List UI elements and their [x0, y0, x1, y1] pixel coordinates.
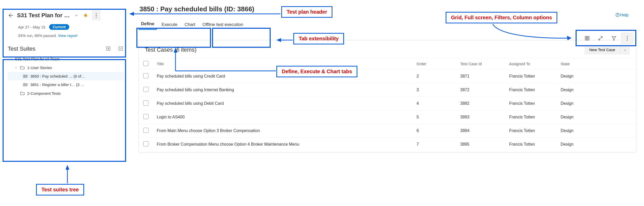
- table-row[interactable]: Pay scheduled bills using Internet Banki…: [139, 83, 636, 97]
- cell-order: 5: [413, 110, 457, 124]
- cell-order: 3: [413, 83, 457, 97]
- cell-order: 6: [413, 124, 457, 138]
- cell-id: 3895: [457, 138, 506, 151]
- row-checkbox[interactable]: [143, 73, 148, 78]
- cell-assigned: Francis Totten: [506, 70, 557, 83]
- row-checkbox[interactable]: [143, 141, 148, 146]
- tab-execute[interactable]: Execute: [159, 21, 180, 30]
- cell-state: Design: [557, 110, 636, 124]
- folder-icon: [20, 91, 25, 96]
- fullscreen-button[interactable]: [594, 32, 607, 44]
- cell-title: From Main Menu choose Option 3 Broker Co…: [153, 124, 413, 138]
- test-cases-table: Title Order Test Case Id Assigned To Sta…: [139, 58, 636, 151]
- plan-dropdown-chevron[interactable]: [73, 12, 80, 19]
- tree-suite-3850[interactable]: 3850 : Pay scheduled … (6 of…: [8, 72, 123, 80]
- folder-icon: [20, 65, 25, 70]
- collapse-all-icon[interactable]: [118, 46, 123, 52]
- cell-assigned: Francis Totten: [506, 138, 557, 151]
- table-row[interactable]: Pay scheduled bills using Credit Card238…: [139, 70, 636, 83]
- cell-id: 3872: [457, 83, 506, 97]
- row-checkbox[interactable]: [143, 100, 148, 106]
- svg-point-2: [96, 17, 96, 17]
- new-test-case-split-button[interactable]: [620, 45, 630, 54]
- plan-more-actions-button[interactable]: [92, 10, 101, 21]
- cell-state: Design: [557, 97, 636, 110]
- grid-view-button[interactable]: [581, 32, 594, 44]
- cell-id: 3894: [457, 124, 506, 138]
- help-link[interactable]: Help: [615, 13, 629, 17]
- cell-state: Design: [557, 124, 636, 138]
- plan-stats: 33% run, 66% passed.: [18, 33, 57, 38]
- svg-rect-9: [585, 36, 589, 40]
- cell-state: Design: [557, 70, 636, 83]
- column-options-button[interactable]: [621, 32, 634, 44]
- svg-point-0: [96, 13, 96, 14]
- svg-point-1: [96, 15, 96, 16]
- tab-define[interactable]: Define: [138, 20, 157, 30]
- favorite-star-icon[interactable]: ★: [83, 12, 88, 19]
- row-checkbox[interactable]: [143, 128, 148, 133]
- cell-title: Pay scheduled bills using Debit Card: [153, 97, 413, 110]
- back-icon[interactable]: [8, 13, 13, 18]
- cell-title: From Broker Compensation Menu choose Opt…: [153, 138, 413, 151]
- cell-assigned: Francis Totten: [506, 83, 557, 97]
- cell-id: 3893: [457, 110, 506, 124]
- cell-state: Design: [557, 138, 636, 151]
- cell-id: 3871: [457, 70, 506, 83]
- expand-all-icon[interactable]: [106, 46, 111, 52]
- col-state[interactable]: State: [557, 58, 636, 70]
- svg-point-11: [627, 38, 628, 39]
- view-report-link[interactable]: View report: [58, 33, 77, 38]
- requirement-suite-icon: [23, 74, 28, 78]
- plan-title: S31 Test Plan for …: [17, 12, 70, 19]
- tree-suite-3851[interactable]: 3851 : Register a biller t… (3 …: [8, 80, 123, 89]
- new-test-case-button[interactable]: New Test Case: [585, 45, 620, 54]
- col-id[interactable]: Test Case Id: [457, 58, 506, 70]
- row-checkbox[interactable]: [143, 87, 148, 92]
- select-all-checkbox[interactable]: [143, 61, 148, 66]
- table-row[interactable]: From Broker Compensation Menu choose Opt…: [139, 138, 636, 151]
- anno-tabs: Define, Execute & Chart tabs: [276, 66, 357, 77]
- cell-title: Pay scheduled bills using Internet Banki…: [153, 83, 413, 97]
- col-order[interactable]: Order: [413, 58, 457, 70]
- requirement-suite-icon: [23, 83, 28, 87]
- cell-assigned: Francis Totten: [506, 110, 557, 124]
- cell-id: 3892: [457, 97, 506, 110]
- cell-state: Design: [557, 83, 636, 97]
- tree-component-tests[interactable]: 2-Component Tests: [8, 89, 123, 98]
- tree-root[interactable]: S31 Test Plan for UI Team: [8, 55, 123, 63]
- table-row[interactable]: Login to AS40053893Francis TottenDesign: [139, 110, 636, 124]
- anno-tab-ext: Tab extensibility: [293, 33, 344, 44]
- svg-point-10: [627, 36, 628, 37]
- tab-offline[interactable]: Offline test execution: [200, 21, 246, 30]
- cell-title: Login to AS400: [153, 110, 413, 124]
- anno-toolbar: Grid, Full screen, Filters, Column optio…: [446, 12, 557, 23]
- col-assigned[interactable]: Assigned To: [506, 58, 557, 70]
- chevron-down-icon: [14, 66, 18, 69]
- cell-order: 7: [413, 138, 457, 151]
- tree-user-stories[interactable]: 1-User Stories: [8, 63, 123, 72]
- anno-test-plan-header: Test plan header: [281, 6, 332, 18]
- table-row[interactable]: From Main Menu choose Option 3 Broker Co…: [139, 124, 636, 138]
- grid-title: Test Cases (6 items): [145, 46, 197, 53]
- cell-assigned: Francis Totten: [506, 124, 557, 138]
- cell-assigned: Francis Totten: [506, 97, 557, 110]
- filter-button[interactable]: [607, 32, 620, 44]
- cell-order: 4: [413, 97, 457, 110]
- chevron-down-icon: [9, 58, 13, 61]
- plan-date-range: Apr 27 - May 15: [18, 25, 46, 29]
- table-row[interactable]: Pay scheduled bills using Debit Card4389…: [139, 97, 636, 110]
- current-badge: Current: [49, 24, 69, 30]
- tab-chart[interactable]: Chart: [182, 21, 198, 30]
- row-checkbox[interactable]: [143, 114, 148, 119]
- anno-suites-tree: Test suites tree: [36, 184, 84, 195]
- svg-point-8: [617, 16, 618, 16]
- svg-point-12: [627, 40, 628, 40]
- cell-order: 2: [413, 70, 457, 83]
- suite-title: 3850 : Pay scheduled bills (ID: 3866): [139, 5, 636, 13]
- test-suites-title: Test Suites: [8, 45, 36, 52]
